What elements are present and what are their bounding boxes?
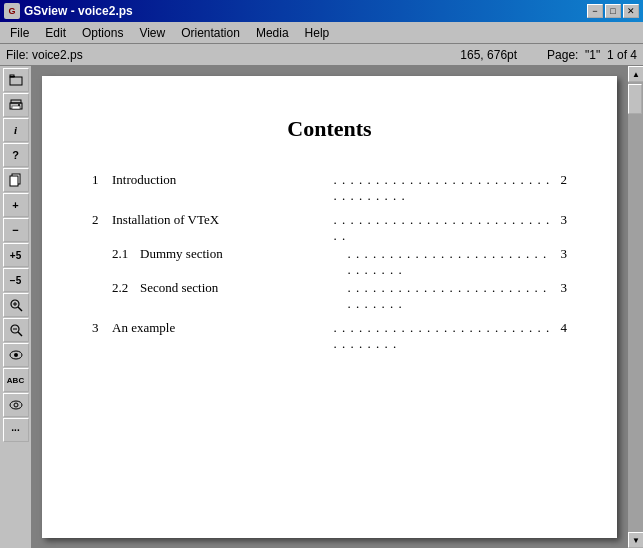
toc-sub-num-2-1: 2.1 — [112, 246, 140, 278]
menu-edit[interactable]: Edit — [37, 24, 74, 42]
toc-entry-2-1: 2.1 Dummy section . . . . . . . . . . . … — [112, 246, 567, 278]
zoom-out-button[interactable]: − — [3, 218, 29, 242]
minimize-button[interactable]: − — [587, 4, 603, 18]
shrink-button[interactable] — [3, 318, 29, 342]
maximize-button[interactable]: □ — [605, 4, 621, 18]
scroll-up-arrow[interactable]: ▲ — [628, 66, 643, 82]
text-button[interactable]: ABC — [3, 368, 29, 392]
toc-page-3: 4 — [555, 320, 567, 352]
menu-media[interactable]: Media — [248, 24, 297, 42]
menu-orientation[interactable]: Orientation — [173, 24, 248, 42]
svg-rect-1 — [10, 77, 22, 85]
toc-title: Contents — [92, 116, 567, 142]
scroll-thumb[interactable] — [628, 84, 642, 114]
toc-sub-text-2-2: Second section — [140, 280, 344, 312]
status-bar: File: voice2.ps 165, 676pt Page: "1" 1 o… — [0, 44, 643, 66]
toc-entry-2: 2 Installation of VTeX . . . . . . . . .… — [92, 212, 567, 244]
toc-sub-text-2-1: Dummy section — [140, 246, 344, 278]
toc-entry-2-2: 2.2 Second section . . . . . . . . . . .… — [112, 280, 567, 312]
status-page-num: "1" — [585, 48, 600, 62]
toc-num-2: 2 — [92, 212, 112, 244]
copy-button[interactable] — [3, 168, 29, 192]
toc-page-2-2: 3 — [555, 280, 567, 312]
svg-rect-5 — [12, 106, 20, 109]
status-page-label: Page: — [547, 48, 585, 62]
menu-bar: File Edit Options View Orientation Media… — [0, 22, 643, 44]
status-filename: File: voice2.ps — [6, 48, 460, 62]
scroll-track[interactable] — [628, 82, 643, 532]
toc-page-2: 3 — [555, 212, 567, 244]
toc-text-2: Installation of VTeX — [112, 212, 330, 244]
toc-sub-num-2-2: 2.2 — [112, 280, 140, 312]
toolbar: i ? + − +5 −5 ABC ··· — [0, 66, 32, 548]
toc-text-1: Introduction — [112, 172, 330, 204]
title-bar-left: G GSview - voice2.ps — [4, 3, 133, 19]
main-area: i ? + − +5 −5 ABC ··· ▲ ▼ — [0, 66, 643, 548]
preview-button[interactable] — [3, 393, 29, 417]
toc-entry-1: 1 Introduction . . . . . . . . . . . . .… — [92, 172, 567, 204]
page-content: Contents 1 Introduction . . . . . . . . … — [42, 76, 617, 400]
document-page: Contents 1 Introduction . . . . . . . . … — [42, 76, 617, 538]
menu-view[interactable]: View — [131, 24, 173, 42]
app-icon: G — [4, 3, 20, 19]
window-controls: − □ ✕ — [587, 4, 639, 18]
menu-options[interactable]: Options — [74, 24, 131, 42]
document-area: ▲ ▼ Contents 1 Introduction . . . . . . … — [32, 66, 643, 548]
page-forward-5-button[interactable]: +5 — [3, 243, 29, 267]
status-coordinates: 165, 676pt — [460, 48, 517, 62]
window-title: GSview - voice2.ps — [24, 4, 133, 18]
title-bar: G GSview - voice2.ps − □ ✕ — [0, 0, 643, 22]
svg-point-18 — [10, 401, 22, 409]
svg-line-14 — [18, 332, 22, 336]
svg-point-19 — [14, 403, 18, 407]
svg-rect-8 — [10, 176, 18, 186]
open-button[interactable] — [3, 68, 29, 92]
magnify-button[interactable] — [3, 293, 29, 317]
toc-dots-2-2: . . . . . . . . . . . . . . . . . . . . … — [348, 280, 552, 312]
toc-entry-3: 3 An example . . . . . . . . . . . . . .… — [92, 320, 567, 352]
scroll-down-arrow[interactable]: ▼ — [628, 532, 643, 548]
print-button[interactable] — [3, 93, 29, 117]
page-back-5-button[interactable]: −5 — [3, 268, 29, 292]
help-button[interactable]: ? — [3, 143, 29, 167]
toc-page-1: 2 — [555, 172, 567, 204]
view-button[interactable] — [3, 343, 29, 367]
menu-file[interactable]: File — [2, 24, 37, 42]
toc-num-1: 1 — [92, 172, 112, 204]
toc-page-2-1: 3 — [555, 246, 567, 278]
svg-line-10 — [18, 307, 22, 311]
menu-help[interactable]: Help — [297, 24, 338, 42]
toc-num-3: 3 — [92, 320, 112, 352]
svg-point-17 — [14, 353, 18, 357]
status-page-of: 1 of 4 — [607, 48, 637, 62]
toc-text-3: An example — [112, 320, 330, 352]
toc-dots-3: . . . . . . . . . . . . . . . . . . . . … — [334, 320, 552, 352]
toc-dots-2-1: . . . . . . . . . . . . . . . . . . . . … — [348, 246, 552, 278]
info-button[interactable]: i — [3, 118, 29, 142]
zoom-in-button[interactable]: + — [3, 193, 29, 217]
toc-dots-2: . . . . . . . . . . . . . . . . . . . . … — [334, 212, 552, 244]
more-button[interactable]: ··· — [3, 418, 29, 442]
vertical-scrollbar[interactable]: ▲ ▼ — [627, 66, 643, 548]
svg-point-6 — [18, 104, 20, 106]
toc-dots-1: . . . . . . . . . . . . . . . . . . . . … — [334, 172, 552, 204]
close-button[interactable]: ✕ — [623, 4, 639, 18]
